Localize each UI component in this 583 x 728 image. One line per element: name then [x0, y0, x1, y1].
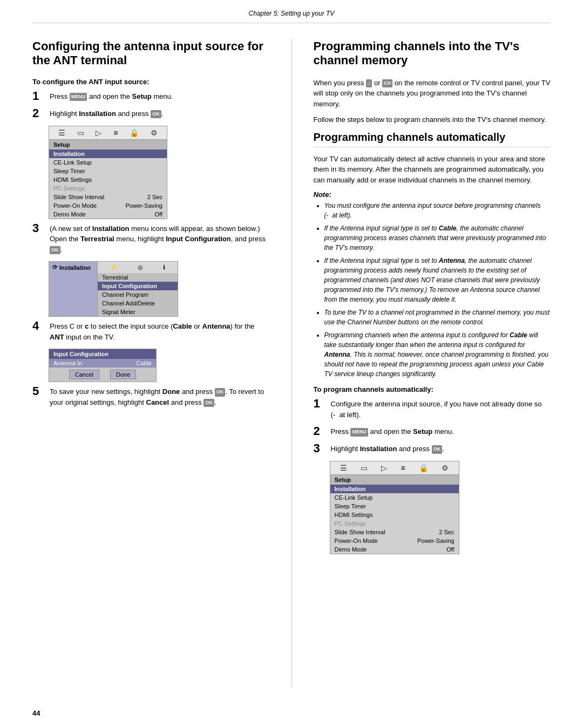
auto-step-1-text: Configure the antenna input source, if y…: [331, 399, 551, 420]
install-left-header: ⟳ Installation: [49, 262, 97, 273]
steps-list: 1 Press MENU and open the Setup menu. 2 …: [32, 91, 270, 119]
r-menu-icon-6: ⚙: [442, 464, 449, 472]
r-menu-row-hdmi: HDMI Settings: [330, 511, 459, 519]
auto-prog-text: Your TV can automatically detect all act…: [314, 154, 551, 186]
chapter-header: Chapter 5: Setting up your TV: [32, 0, 551, 23]
step-5: 5 To save your new settings, highlight D…: [32, 386, 270, 407]
setup-menu-screenshot: ☰ ▭ ▷ ≡ 🔒 ⚙ Setup Installation CE-Link S…: [49, 126, 167, 219]
r-menu-row-slide: Slide Show Interval2 Sec: [330, 528, 459, 536]
configure-ant-label: To configure the ANT input source:: [32, 78, 270, 86]
ch-icon: CH: [382, 79, 392, 88]
auto-step-3-text: Highlight Installation and press OK.: [331, 444, 551, 454]
auto-step-3-number: 3: [314, 443, 327, 454]
page: Chapter 5: Setting up your TV Configurin…: [0, 0, 583, 728]
antenna-value: Cable: [136, 360, 152, 366]
auto-step-2-text: Press MENU and open the Setup menu.: [331, 426, 551, 437]
menu-icon-2: ▭: [77, 128, 84, 137]
auto-prog-title: Programming channels automatically: [314, 131, 551, 147]
install-row-chanprog: Channel Program: [98, 290, 178, 299]
install-icon-1: ⚡: [110, 264, 118, 271]
r-menu-icon-3: ▷: [381, 464, 387, 472]
menu-row-pc: PC Settings: [49, 184, 167, 193]
auto-prog-steps: 1 Configure the antenna input source, if…: [314, 399, 551, 454]
note-1: You must configure the antenna input sou…: [324, 201, 551, 220]
step-2-text: Highlight Installation and press OK.: [50, 108, 270, 119]
home-icon: ⌂: [366, 79, 372, 88]
r-menu-icon-5: 🔒: [419, 464, 428, 472]
menu-row-celink: CE-Link Setup: [49, 158, 167, 167]
step-4-text: Press C or c to select the input source …: [50, 321, 270, 342]
auto-step-3: 3 Highlight Installation and press OK.: [314, 444, 551, 454]
ok-icon-5a: OK: [215, 388, 226, 397]
content-area: Configuring the antenna input source for…: [0, 23, 583, 703]
step-4-number: 4: [32, 320, 45, 332]
install-row-chanadd: Channel Add/Delete: [98, 299, 178, 308]
auto-step-2: 2 Press MENU and open the Setup menu.: [314, 426, 551, 437]
r-menu-row-demo: Demo ModeOff: [330, 545, 459, 554]
left-section-title: Configuring the antenna input source for…: [32, 39, 270, 68]
page-number: 44: [32, 709, 40, 717]
left-column: Configuring the antenna input source for…: [32, 39, 270, 687]
step-3-text: (A new set of Installation menu icons wi…: [50, 223, 270, 255]
chapter-header-text: Chapter 5: Setting up your TV: [249, 10, 335, 17]
r-menu-row-installation: Installation: [330, 485, 459, 493]
steps-list-2: 3 (A new set of Installation menu icons …: [32, 223, 270, 255]
input-config-buttons: Cancel Done: [49, 368, 156, 382]
ok-icon-3: OK: [50, 246, 60, 255]
step-1-text: Press MENU and open the Setup menu.: [50, 91, 270, 102]
steps-list-4: 5 To save your new settings, highlight D…: [32, 386, 270, 407]
menu-row-sleep: Sleep Timer: [49, 167, 167, 175]
right-intro-2: Follow the steps below to program channe…: [314, 114, 551, 125]
auto-prog-steps-label: To program channels automatically:: [314, 385, 551, 393]
step-3-number: 3: [32, 222, 45, 234]
input-config-screenshot: Input Configuration Antenna In Cable Can…: [49, 349, 157, 382]
menu-icon-6: ⚙: [151, 128, 158, 137]
menu-icons-row: ☰ ▭ ▷ ≡ 🔒 ⚙: [49, 126, 167, 140]
install-row-signal: Signal Meter: [98, 308, 178, 316]
step-4: 4 Press C or c to select the input sourc…: [32, 321, 270, 342]
cancel-button[interactable]: Cancel: [69, 370, 99, 379]
menu-icon-4: ≡: [113, 128, 118, 137]
steps-list-3: 4 Press C or c to select the input sourc…: [32, 321, 270, 342]
menu-icon-r2: MENU: [350, 428, 368, 437]
r-menu-row-celink: CE-Link Setup: [330, 493, 459, 502]
r-menu-row-sleep: Sleep Timer: [330, 502, 459, 511]
menu-row-hdmi: HDMI Settings: [49, 175, 167, 184]
r-menu-row-power: Power-On ModePower-Saving: [330, 536, 459, 545]
install-row-inputconfig: Input Configuration: [98, 282, 178, 290]
install-left-panel: ⟳ Installation: [49, 262, 98, 316]
input-config-antenna-row: Antenna In Cable: [49, 359, 156, 368]
menu-row-slide: Slide Show Interval2 Sec: [49, 193, 167, 201]
install-icon: ⟳: [52, 264, 57, 271]
step-5-text: To save your new settings, highlight Don…: [50, 386, 270, 407]
setup-menu-screenshot-right: ☰ ▭ ▷ ≡ 🔒 ⚙ Setup Installation CE-Link S…: [330, 461, 459, 554]
step-2-number: 2: [32, 107, 45, 119]
r-menu-icon-2: ▭: [361, 464, 368, 472]
right-intro-1: When you press ⌂ or CH on the remote con…: [314, 78, 551, 110]
r-menu-icon-4: ≡: [401, 464, 405, 472]
step-1: 1 Press MENU and open the Setup menu.: [32, 91, 270, 102]
menu-icon-3: ▷: [96, 128, 101, 137]
install-icon-3: ℹ: [163, 264, 165, 271]
note-4: To tune the TV to a channel not programm…: [324, 308, 551, 327]
step-1-number: 1: [32, 90, 45, 102]
step-3: 3 (A new set of Installation menu icons …: [32, 223, 270, 255]
note-3: If the Antenna input signal type is set …: [324, 256, 551, 304]
note-label: Note:: [314, 190, 551, 199]
antenna-label: Antenna In: [53, 360, 82, 366]
install-menu-screenshot: ⟳ Installation ⚡ ◎ ℹ Terrestrial Input C…: [49, 261, 178, 317]
note-5: Programming channels when the antenna in…: [324, 330, 551, 379]
install-icon-2: ◎: [138, 264, 143, 271]
ok-icon: OK: [151, 110, 161, 119]
column-divider: [292, 39, 292, 687]
done-button[interactable]: Done: [110, 370, 136, 379]
note-list: You must configure the antenna input sou…: [314, 201, 551, 379]
menu-row-power: Power-On ModePower-Saving: [49, 201, 167, 210]
install-menu-icons: ⚡ ◎ ℹ: [98, 262, 178, 273]
menu-icon: MENU: [70, 93, 87, 101]
step-5-number: 5: [32, 385, 45, 397]
install-right-panel: ⚡ ◎ ℹ Terrestrial Input Configuration Ch…: [98, 262, 178, 316]
step-2: 2 Highlight Installation and press OK.: [32, 108, 270, 119]
install-label: Installation: [59, 264, 91, 271]
right-section-title: Programming channels into the TV's chann…: [314, 39, 551, 68]
